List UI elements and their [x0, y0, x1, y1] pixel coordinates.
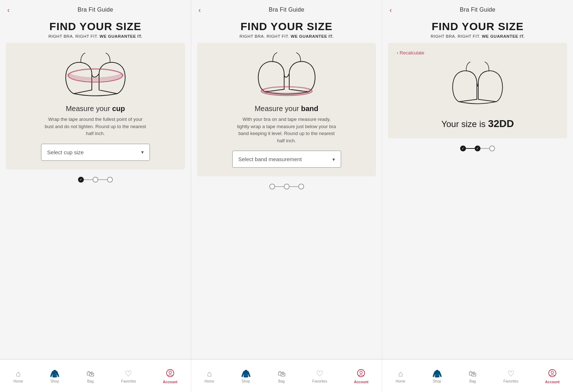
bra-illustration-result [441, 59, 514, 114]
step-dot-3-band [298, 184, 304, 189]
size-result-label: Your size is 32DD [441, 118, 514, 130]
heart-icon-1: ♡ [125, 370, 132, 378]
account-icon-3 [548, 369, 556, 379]
measure-desc-cup: Wrap the tape around the fullest point o… [45, 116, 146, 137]
nav-favorites-1[interactable]: ♡ Favorites [121, 370, 136, 383]
result-screen: ‹ Bra Fit Guide FIND YOUR SIZE RIGHT BRA… [382, 0, 573, 359]
nav-favorites-2[interactable]: ♡ Favorites [312, 370, 327, 383]
screen-header-result: ‹ Bra Fit Guide [382, 0, 573, 17]
home-icon-3: ⌂ [398, 370, 403, 378]
bra-illustration-cup [59, 50, 132, 105]
cup-screen: ‹ Bra Fit Guide FIND YOUR SIZE RIGHT BRA… [0, 0, 191, 359]
nav-shop-1[interactable]: 🧥 Shop [50, 370, 60, 383]
heading-subtitle-band: RIGHT BRA. RIGHT FIT. WE GUARANTEE IT. [240, 34, 333, 38]
nav-label-account-3: Account [545, 380, 560, 384]
nav-bag-2[interactable]: 🛍 Bag [278, 370, 286, 383]
band-dropdown-wrapper: Select band measurement ▾ [232, 151, 341, 168]
step-dot-2-band [284, 184, 290, 189]
nav-bag-3[interactable]: 🛍 Bag [468, 370, 476, 383]
cup-dropdown[interactable]: Select cup size ▾ [41, 144, 150, 161]
heading-h1-result: FIND YOUR SIZE [431, 20, 525, 33]
step-line-1-cup [84, 179, 93, 180]
screen-header-band: ‹ Bra Fit Guide [191, 0, 382, 17]
back-button-band[interactable]: ‹ [198, 6, 201, 14]
card-result: ‹ Recalculate Your size is 32DD [388, 43, 567, 138]
heart-icon-2: ♡ [316, 370, 323, 378]
nav-label-favorites-3: Favorites [503, 379, 518, 383]
nav-account-2[interactable]: Account [354, 369, 368, 384]
screen-header-cup: ‹ Bra Fit Guide [0, 0, 191, 17]
heading-subtitle-result: RIGHT BRA. RIGHT FIT. WE GUARANTEE IT. [431, 34, 525, 38]
step-dot-2-result: ✓ [475, 146, 480, 151]
back-button-cup[interactable]: ‹ [7, 6, 10, 14]
step-dots-cup: ✓ [78, 177, 113, 183]
svg-point-3 [169, 371, 171, 374]
nav-label-bag-1: Bag [87, 379, 94, 383]
nav-favorites-3[interactable]: ♡ Favorites [503, 370, 518, 383]
step-dot-2-cup [93, 177, 98, 183]
bra-illustration-band [250, 50, 323, 105]
nav-label-favorites-1: Favorites [121, 379, 136, 383]
nav-label-bag-3: Bag [470, 379, 476, 383]
step-dot-1-result: ✓ [460, 146, 466, 151]
nav-label-home-3: Home [396, 379, 405, 383]
bag-icon-3: 🛍 [468, 370, 476, 378]
main-heading-band: FIND YOUR SIZE RIGHT BRA. RIGHT FIT. WE … [232, 17, 341, 43]
bottom-nav-1: ⌂ Home 🧥 Shop 🛍 Bag ♡ Favorites Account [0, 360, 191, 392]
nav-label-shop-1: Shop [50, 379, 59, 383]
recalculate-button[interactable]: ‹ Recalculate [397, 50, 424, 56]
svg-point-5 [360, 371, 363, 374]
nav-shop-2[interactable]: 🧥 Shop [241, 370, 251, 383]
nav-label-home-2: Home [205, 379, 214, 383]
back-button-result[interactable]: ‹ [389, 6, 392, 14]
heart-icon-3: ♡ [507, 370, 515, 378]
nav-account-1[interactable]: Account [163, 369, 177, 384]
step-line-2-cup [98, 179, 107, 180]
cup-dropdown-wrapper: Select cup size ▾ [41, 144, 150, 161]
home-icon-2: ⌂ [207, 370, 212, 378]
measure-desc-band: With your bra on and tape measure ready,… [236, 116, 337, 144]
step-dot-1-cup: ✓ [78, 177, 84, 183]
bottom-nav-container: ⌂ Home 🧥 Shop 🛍 Bag ♡ Favorites Account [0, 359, 573, 392]
step-dots-band [269, 184, 304, 189]
account-icon-1 [166, 369, 174, 379]
nav-label-shop-3: Shop [433, 379, 441, 383]
nav-label-account-1: Account [163, 380, 177, 384]
bag-icon-1: 🛍 [86, 370, 94, 378]
shop-icon-1: 🧥 [50, 370, 60, 378]
account-icon-2 [357, 369, 365, 379]
nav-bag-1[interactable]: 🛍 Bag [86, 370, 94, 383]
card-cup: Measure your cup Wrap the tape around th… [6, 43, 185, 170]
shop-icon-2: 🧥 [241, 370, 251, 378]
step-line-1-result [466, 148, 475, 149]
main-heading-cup: FIND YOUR SIZE RIGHT BRA. RIGHT FIT. WE … [41, 17, 150, 43]
nav-label-bag-2: Bag [278, 379, 285, 383]
measure-label-band: Measure your band [255, 105, 319, 113]
heading-h1-band: FIND YOUR SIZE [240, 20, 333, 33]
nav-label-shop-2: Shop [242, 379, 250, 383]
band-screen: ‹ Bra Fit Guide FIND YOUR SIZE RIGHT BRA… [191, 0, 382, 359]
nav-home-1[interactable]: ⌂ Home [13, 370, 23, 383]
nav-home-2[interactable]: ⌂ Home [205, 370, 214, 383]
bottom-nav-2: ⌂ Home 🧥 Shop 🛍 Bag ♡ Favorites Account [191, 360, 382, 392]
nav-label-home-1: Home [13, 379, 23, 383]
shop-icon-3: 🧥 [432, 370, 442, 378]
screen-title-result: Bra Fit Guide [460, 7, 495, 13]
svg-point-7 [551, 371, 554, 374]
heading-subtitle-cup: RIGHT BRA. RIGHT FIT. WE GUARANTEE IT. [48, 34, 142, 38]
step-dot-3-cup [107, 177, 113, 183]
nav-label-favorites-2: Favorites [312, 379, 327, 383]
step-line-2-result [480, 148, 489, 149]
step-dot-1-band [269, 184, 275, 189]
bottom-nav-3: ⌂ Home 🧥 Shop 🛍 Bag ♡ Favorites Account [382, 360, 573, 392]
band-dropdown[interactable]: Select band measurement ▾ [232, 151, 341, 168]
step-dot-3-result [489, 146, 495, 151]
nav-home-3[interactable]: ⌂ Home [396, 370, 405, 383]
screen-title-band: Bra Fit Guide [269, 7, 304, 13]
step-line-2-band [290, 186, 298, 187]
nav-label-account-2: Account [354, 380, 368, 384]
step-dots-result: ✓ ✓ [460, 146, 495, 151]
nav-account-3[interactable]: Account [545, 369, 560, 384]
screen-title-cup: Bra Fit Guide [78, 7, 113, 13]
nav-shop-3[interactable]: 🧥 Shop [432, 370, 442, 383]
